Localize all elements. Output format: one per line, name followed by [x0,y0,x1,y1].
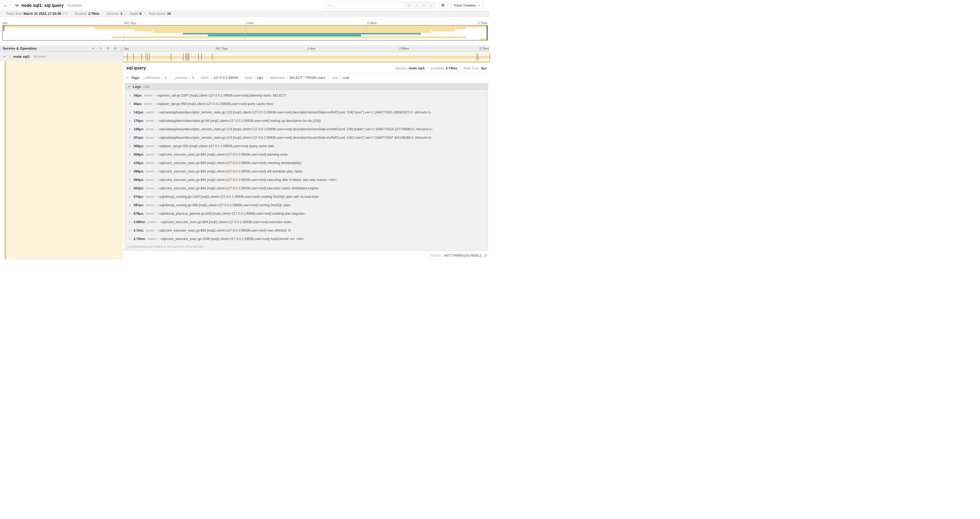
log-timestamp: 574μs: [134,195,144,199]
log-row[interactable]: 2.79ms:event=‹sql/conn_executor_exec.go:… [125,235,488,243]
log-timestamp: 495μs: [134,178,144,182]
trace-view-selector-label: Trace Timeline [453,3,476,7]
log-row[interactable]: 476μs:event=‹sql/conn_executor_exec.go:6… [125,159,488,167]
log-field: event [148,237,156,241]
log-row[interactable]: 574μs:event=‹sql/distsql_running.go:1420… [125,193,488,201]
deep-link-icon[interactable] [484,254,487,257]
log-value: ‹sql/conn_executor_exec.go:684 [nsql1,cl… [159,178,337,182]
span-duration-bar[interactable] [123,56,490,59]
expand-log-chevron-icon[interactable] [129,144,131,149]
log-row[interactable]: 495μs:event=‹sql/conn_executor_exec.go:6… [125,176,488,184]
log-row[interactable]: 678μs:event=‹sql/distsql_physical_planne… [125,209,488,218]
timeline-minimap: 0μs 697.75μs 1.4ms 2.09ms 2.79ms [0,17,490,41]
span-id-value: 4877749850101760812 [444,254,482,257]
minimap-canvas[interactable] [2,25,488,41]
log-tick [490,53,490,61]
log-value: ‹sql/catalog/lease/descriptor_version_st… [159,110,431,114]
minimap-left-scrubber-handle[interactable] [3,26,4,31]
find-tools: × [404,2,435,8]
expand-log-chevron-icon[interactable] [129,152,131,157]
expand-log-chevron-icon[interactable] [129,194,131,200]
log-timestamp: 189μs: [134,128,144,131]
collapse-one-icon[interactable] [91,47,95,50]
log-row[interactable]: 366μs:event=‹sql/plan_opt.go:358 [nsql1,… [125,142,488,150]
expand-log-chevron-icon[interactable] [129,118,131,124]
log-row[interactable]: 176μs:event=‹sql/catalog/descs/descripto… [125,117,488,125]
expand-log-chevron-icon[interactable] [129,220,131,225]
next-result-icon[interactable] [422,4,425,7]
collapse-children-chevron-icon[interactable] [3,55,6,58]
log-field: event [146,195,154,199]
expand-log-chevron-icon[interactable] [129,203,131,208]
log-value: ‹sql/conn_executor_exec.go:684 [nsql1,cl… [159,153,288,156]
log-row[interactable]: 502μs:event=‹sql/conn_executor_exec.go:6… [125,184,488,193]
expand-log-chevron-icon[interactable] [129,186,131,191]
service-operation-header: Service & Operation [0,45,123,51]
log-row[interactable]: 189μs:event=‹sql/catalog/lease/descripto… [125,125,488,133]
minimap-span-bar [480,38,487,40]
collapse-trace-chevron-icon[interactable] [15,3,19,7]
trace-view-selector[interactable]: Trace Timeline [450,2,484,9]
tag-pill: _verbose=1 [170,76,197,80]
span-row-node-sql1[interactable]: node sql1 sql query [0,52,490,61]
tags-label: Tags: [131,76,140,80]
log-row[interactable]: 486μs:event=‹sql/conn_executor_exec.go:6… [125,167,488,176]
find-input[interactable] [325,2,404,8]
log-value: ‹sql/conn_executor_exec.go:684 [nsql1,cl… [160,220,292,224]
log-timestamp: 80μs: [134,102,142,106]
tags-row[interactable]: Tags: _unfinished=1_verbose=1client=127.… [123,73,490,82]
ruler-tick-label: 697.75μs [216,47,228,50]
log-row[interactable]: 80μs:event=‹sql/plan_opt.go:358 [nsql1,c… [125,100,488,108]
log-row[interactable]: 2.69ms:event=‹sql/conn_executor_exec.go:… [125,218,488,226]
locate-icon[interactable] [407,4,411,7]
span-row-timeline[interactable] [123,52,490,61]
tag-pill: client=127.0.0.1:59936 [197,76,241,80]
expand-log-chevron-icon[interactable] [129,211,131,217]
expand-all-icon[interactable] [113,47,117,50]
expand-one-icon[interactable] [99,47,102,50]
expand-log-chevron-icon[interactable] [129,177,131,183]
log-row[interactable]: 142μs:event=‹sql/catalog/lease/descripto… [125,108,488,117]
minimap-right-scrubber-handle[interactable] [487,26,487,40]
expand-log-chevron-icon[interactable] [129,236,131,242]
log-row[interactable]: 34μs:event=‹sql/exec_util.go:2297 [nsql1… [125,91,488,100]
log-timestamp: 2.7ms: [134,228,144,232]
operation-name: sql query [33,54,46,58]
column-resize-grip[interactable] [121,48,122,51]
log-row[interactable]: 459μs:event=‹sql/conn_executor_exec.go:6… [125,150,488,159]
tag-pill: statement=SELECT * FROM users [266,76,329,80]
clear-search-icon[interactable]: × [430,3,432,7]
trace-title-wrap: node sql1: sql query 7418682 [11,3,82,8]
expand-tags-chevron-icon[interactable] [126,77,129,79]
log-field: event [146,228,154,232]
log-row[interactable]: 201μs:event=‹sql/catalog/lease/descripto… [125,133,488,142]
expand-log-chevron-icon[interactable] [129,135,131,141]
log-field: event [144,94,152,97]
logs-header[interactable]: Logs (18) [125,83,488,90]
collapse-all-icon[interactable] [106,47,110,50]
expand-log-chevron-icon[interactable] [129,93,131,98]
log-value: ‹sql/catalog/lease/descriptor_version_st… [159,136,432,139]
expand-log-chevron-icon[interactable] [129,169,131,174]
expand-log-chevron-icon[interactable] [129,161,131,166]
log-row[interactable]: 597μs:event=‹sql/distsql_running.go:498 … [125,201,488,209]
minimap-tick-labels: 0μs 697.75μs 1.4ms 2.09ms 2.79ms [2,21,488,25]
logs-section: Logs (18) 34μs:event=‹sql/exec_util.go:2… [125,83,488,251]
back-button[interactable]: ← [0,0,11,11]
log-field: event [148,220,156,224]
expand-log-chevron-icon[interactable] [129,127,131,132]
log-field: event [146,144,154,148]
expand-log-chevron-icon[interactable] [129,228,131,233]
log-row[interactable]: 2.7ms:event=‹sql/conn_executor_exec.go:6… [125,226,488,235]
prev-result-icon[interactable] [415,4,418,7]
log-field: event [146,128,154,131]
meta-duration: Duration:2.79ms [428,66,460,70]
log-field: event [146,203,154,207]
logs-count: (18) [143,85,150,89]
expand-log-chevron-icon[interactable] [129,110,131,115]
tag-pill: _unfinished=1 [143,76,170,80]
collapse-logs-chevron-icon[interactable] [127,85,130,88]
keyboard-shortcuts-button[interactable]: ⌘ [438,2,447,9]
expand-log-chevron-icon[interactable] [129,102,131,107]
trace-summary-bar: Trace Start March 31 2022, 17:25:09.326 … [0,11,490,17]
